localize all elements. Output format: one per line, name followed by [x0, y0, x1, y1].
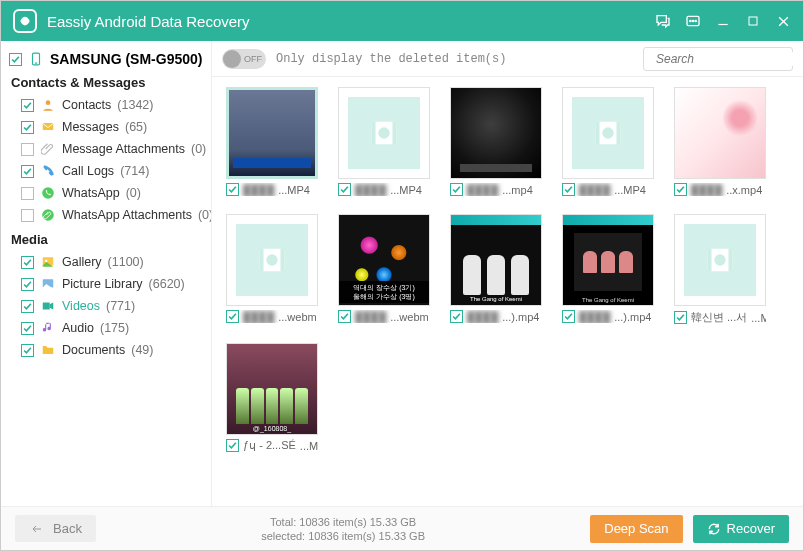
tile-checkbox[interactable]	[226, 439, 239, 452]
video-thumbnail[interactable]	[562, 87, 654, 179]
back-label: Back	[53, 521, 82, 536]
device-checkbox[interactable]	[9, 53, 22, 66]
svg-point-3	[695, 20, 696, 21]
tile-caption: 韓신변 ...서...MP4	[674, 310, 766, 325]
checkbox[interactable]	[21, 187, 34, 200]
video-thumbnail[interactable]: The Gang of Keemi	[450, 214, 542, 306]
video-icon	[40, 298, 56, 314]
maximize-icon[interactable]	[745, 13, 761, 29]
svg-marker-18	[50, 303, 54, 310]
video-tile[interactable]: ████...MP4	[338, 87, 430, 196]
tile-caption: ████...).mp4	[562, 310, 654, 323]
checkbox[interactable]	[21, 344, 34, 357]
tree-audio[interactable]: Audio (175)	[7, 317, 205, 339]
tree-call-logs[interactable]: Call Logs (714)	[7, 160, 205, 182]
tree-contacts[interactable]: Contacts (1342)	[7, 94, 205, 116]
tree-messages[interactable]: Messages (65)	[7, 116, 205, 138]
content-area: OFF Only display the deleted item(s) ███…	[211, 41, 803, 506]
search-box[interactable]	[643, 47, 793, 71]
tile-caption: ƒɥ - 2...SÉ...MP4	[226, 439, 318, 452]
video-thumbnail[interactable]	[338, 87, 430, 179]
video-thumbnail[interactable]	[674, 87, 766, 179]
tree-documents[interactable]: Documents (49)	[7, 339, 205, 361]
section-media: Media	[11, 232, 205, 247]
video-thumbnail[interactable]: @_160808_	[226, 343, 318, 435]
sidebar: SAMSUNG (SM-G9500) Contacts & Messages C…	[1, 41, 211, 506]
recover-button[interactable]: Recover	[693, 515, 789, 543]
tree-gallery[interactable]: Gallery (1100)	[7, 251, 205, 273]
search-input[interactable]	[656, 52, 804, 66]
video-thumbnail[interactable]	[674, 214, 766, 306]
video-thumbnail[interactable]: The Gang of Keemi	[562, 214, 654, 306]
deleted-only-toggle[interactable]: OFF	[222, 49, 266, 69]
device-name: SAMSUNG (SM-G9500)	[50, 51, 202, 67]
back-button[interactable]: Back	[15, 515, 96, 542]
tree-picture-library[interactable]: Picture Library (6620)	[7, 273, 205, 295]
tile-checkbox[interactable]	[450, 183, 463, 196]
back-arrow-icon	[29, 523, 45, 535]
checkbox[interactable]	[21, 322, 34, 335]
video-thumbnail[interactable]	[226, 214, 318, 306]
video-thumbnail[interactable]	[226, 87, 318, 179]
checkbox[interactable]	[21, 121, 34, 134]
svg-rect-35	[729, 249, 733, 272]
tile-caption: ████..x.mp4	[674, 183, 766, 196]
svg-point-24	[378, 127, 389, 138]
svg-point-15	[45, 260, 47, 262]
checkbox[interactable]	[21, 256, 34, 269]
audio-icon	[40, 320, 56, 336]
checkbox[interactable]	[21, 300, 34, 313]
whatsapp-icon	[40, 185, 56, 201]
video-tile[interactable]: ████...MP4	[226, 87, 318, 196]
video-thumbnail[interactable]: 역대의 장수상 (3기)올해의 가수상 (3명)	[338, 214, 430, 306]
deep-scan-button[interactable]: Deep Scan	[590, 515, 682, 543]
tile-checkbox[interactable]	[338, 310, 351, 323]
tile-checkbox[interactable]	[562, 310, 575, 323]
video-tile[interactable]: The Gang of Keemi████...).mp4	[450, 214, 542, 325]
minimize-icon[interactable]	[715, 13, 731, 29]
tile-checkbox[interactable]	[450, 310, 463, 323]
video-tile[interactable]: 韓신변 ...서...MP4	[674, 214, 766, 325]
video-thumbnail[interactable]	[450, 87, 542, 179]
video-tile[interactable]: ████...webm	[226, 214, 318, 325]
video-tile[interactable]: 역대의 장수상 (3기)올해의 가수상 (3명)████...webm	[338, 214, 430, 325]
tree-whatsapp[interactable]: WhatsApp (0)	[7, 182, 205, 204]
app-title: Eassiy Android Data Recovery	[47, 13, 655, 30]
tile-checkbox[interactable]	[226, 183, 239, 196]
checkbox[interactable]	[21, 165, 34, 178]
tile-checkbox[interactable]	[674, 183, 687, 196]
tile-caption: ████...MP4	[562, 183, 654, 196]
stats-selected: selected: 10836 item(s) 15.33 GB	[106, 529, 580, 543]
video-tile[interactable]: ████..x.mp4	[674, 87, 766, 196]
feedback-icon[interactable]	[655, 13, 671, 29]
video-tile[interactable]: ████...MP4	[562, 87, 654, 196]
svg-point-28	[602, 127, 613, 138]
tile-checkbox[interactable]	[338, 183, 351, 196]
checkbox[interactable]	[21, 143, 34, 156]
tree-message-attachments[interactable]: Message Attachments (0)	[7, 138, 205, 160]
tile-checkbox[interactable]	[674, 311, 687, 324]
video-tile[interactable]: ████...mp4	[450, 87, 542, 196]
svg-rect-26	[595, 122, 599, 145]
footer-stats: Total: 10836 item(s) 15.33 GB selected: …	[106, 515, 580, 543]
content-toolbar: OFF Only display the deleted item(s)	[212, 41, 803, 77]
checkbox[interactable]	[21, 209, 34, 222]
svg-point-12	[42, 187, 54, 199]
tile-checkbox[interactable]	[226, 310, 239, 323]
menu-icon[interactable]	[685, 13, 701, 29]
close-icon[interactable]	[775, 13, 791, 29]
tree-whatsapp-attachments[interactable]: WhatsApp Attachments (0)	[7, 204, 205, 226]
attachment-icon	[40, 141, 56, 157]
phone-call-icon	[40, 163, 56, 179]
tile-caption: ████...).mp4	[450, 310, 542, 323]
checkbox[interactable]	[21, 278, 34, 291]
picture-icon	[40, 276, 56, 292]
svg-point-1	[690, 20, 691, 21]
checkbox[interactable]	[21, 99, 34, 112]
tree-videos[interactable]: Videos (771)	[7, 295, 205, 317]
device-row[interactable]: SAMSUNG (SM-G9500)	[7, 49, 205, 69]
tile-checkbox[interactable]	[562, 183, 575, 196]
video-tile[interactable]: @_160808_ƒɥ - 2...SÉ...MP4	[226, 343, 318, 452]
svg-point-13	[42, 209, 54, 221]
video-tile[interactable]: The Gang of Keemi████...).mp4	[562, 214, 654, 325]
